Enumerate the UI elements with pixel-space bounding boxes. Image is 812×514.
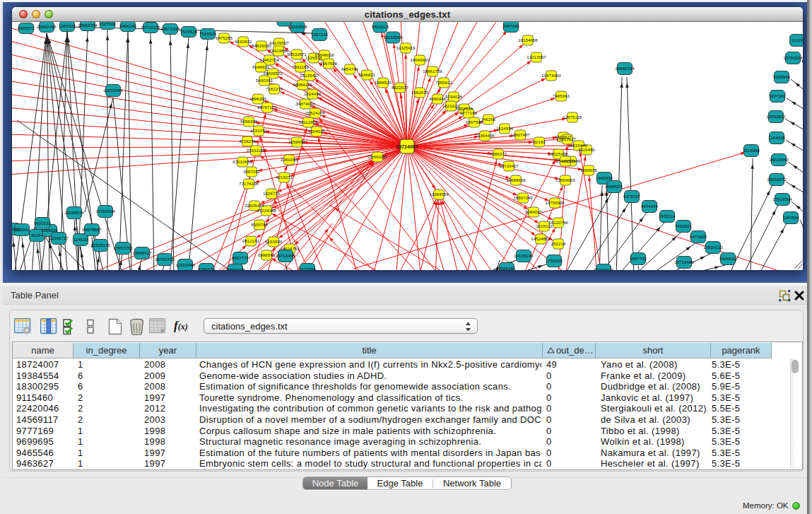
svg-text:6998543: 6998543 xyxy=(258,252,276,257)
svg-text:1326773: 1326773 xyxy=(263,191,281,196)
svg-text:10025438: 10025438 xyxy=(548,151,568,156)
svg-text:7816184: 7816184 xyxy=(498,266,516,270)
svg-text:18300295: 18300295 xyxy=(367,154,387,159)
svg-text:11325419: 11325419 xyxy=(396,45,416,50)
svg-text:13716485: 13716485 xyxy=(276,253,295,258)
svg-text:18953394: 18953394 xyxy=(78,23,98,28)
svg-text:39154: 39154 xyxy=(30,233,43,238)
svg-text:8938923: 8938923 xyxy=(606,184,623,189)
svg-text:7485063: 7485063 xyxy=(553,93,570,98)
svg-text:1733426: 1733426 xyxy=(546,258,563,263)
svg-text:12323446: 12323446 xyxy=(175,262,195,267)
svg-text:87234309: 87234309 xyxy=(257,208,276,213)
svg-text:17359924: 17359924 xyxy=(95,209,115,214)
svg-text:90975887: 90975887 xyxy=(82,227,102,232)
svg-text:34874016: 34874016 xyxy=(295,101,315,106)
svg-text:7632621: 7632621 xyxy=(675,223,693,228)
svg-text:4738299: 4738299 xyxy=(239,139,257,144)
svg-text:535061: 535061 xyxy=(15,227,30,232)
svg-text:19756928: 19756928 xyxy=(545,200,565,205)
svg-text:9329996: 9329996 xyxy=(773,74,791,79)
svg-text:16671315: 16671315 xyxy=(160,26,180,31)
svg-text:93103413: 93103413 xyxy=(594,267,613,270)
svg-text:17016504: 17016504 xyxy=(772,197,792,201)
svg-text:16033809: 16033809 xyxy=(288,24,307,29)
svg-text:6193990: 6193990 xyxy=(265,239,283,244)
svg-text:14524851: 14524851 xyxy=(531,236,551,241)
svg-text:16961758: 16961758 xyxy=(423,69,442,74)
svg-text:62160: 62160 xyxy=(533,139,546,144)
svg-text:9146821: 9146821 xyxy=(358,72,376,77)
svg-text:67010651: 67010651 xyxy=(233,159,252,164)
svg-text:19384554: 19384554 xyxy=(429,192,449,197)
svg-text:4216073: 4216073 xyxy=(276,175,293,180)
svg-text:114519: 114519 xyxy=(73,237,88,242)
svg-text:7357234: 7357234 xyxy=(311,32,329,37)
svg-text:64835030: 64835030 xyxy=(252,43,271,48)
svg-text:16648764: 16648764 xyxy=(615,66,635,71)
svg-text:02606474: 02606474 xyxy=(245,203,264,208)
svg-text:1156829: 1156829 xyxy=(41,228,58,233)
svg-text:1527602: 1527602 xyxy=(99,22,117,26)
svg-text:1562615: 1562615 xyxy=(411,90,429,95)
svg-text:12213967: 12213967 xyxy=(526,54,546,59)
svg-text:1065326: 1065326 xyxy=(59,23,76,28)
svg-text:02654235: 02654235 xyxy=(225,267,245,270)
svg-text:8653627: 8653627 xyxy=(559,136,577,141)
svg-text:73178108: 73178108 xyxy=(239,181,259,186)
svg-text:72423884: 72423884 xyxy=(269,48,288,53)
svg-text:7955812: 7955812 xyxy=(435,80,453,85)
svg-text:19218506: 19218506 xyxy=(383,35,403,40)
svg-text:12505135: 12505135 xyxy=(90,243,110,247)
svg-text:12093822: 12093822 xyxy=(766,114,786,119)
svg-text:15720407: 15720407 xyxy=(499,163,519,168)
svg-text:13716486: 13716486 xyxy=(674,259,694,264)
svg-text:6466160: 6466160 xyxy=(119,23,137,28)
svg-text:4896383: 4896383 xyxy=(249,96,267,101)
svg-text:7182278: 7182278 xyxy=(266,86,283,91)
svg-text:4192832: 4192832 xyxy=(235,39,252,44)
svg-text:10973493: 10973493 xyxy=(541,73,561,78)
svg-text:3158692: 3158692 xyxy=(288,139,306,144)
svg-text:4405572: 4405572 xyxy=(18,25,35,30)
svg-text:7515526: 7515526 xyxy=(180,29,198,34)
svg-text:9777169: 9777169 xyxy=(460,110,478,115)
svg-text:9474444: 9474444 xyxy=(641,204,659,209)
svg-text:5009788: 5009788 xyxy=(251,222,269,227)
svg-text:8148932: 8148932 xyxy=(252,64,270,69)
svg-text:34624751: 34624751 xyxy=(280,246,300,251)
svg-text:1244415: 1244415 xyxy=(768,135,786,140)
svg-text:6479197: 6479197 xyxy=(623,194,641,199)
svg-text:10958127: 10958127 xyxy=(132,250,152,255)
svg-text:1031051: 1031051 xyxy=(250,128,268,133)
svg-text:12975125: 12975125 xyxy=(563,115,582,119)
svg-text:7386372: 7386372 xyxy=(490,151,507,156)
svg-text:98084124: 98084124 xyxy=(293,82,312,87)
svg-text:20053346: 20053346 xyxy=(103,88,123,93)
svg-text:252214: 252214 xyxy=(551,241,566,246)
svg-text:2967608: 2967608 xyxy=(320,61,338,66)
svg-text:18724007: 18724007 xyxy=(396,144,418,149)
svg-text:1824493: 1824493 xyxy=(304,91,322,96)
svg-text:96532871: 96532871 xyxy=(287,52,307,57)
svg-text:97848018: 97848018 xyxy=(314,52,334,57)
svg-text:1588520: 1588520 xyxy=(375,80,392,85)
svg-text:9699695: 9699695 xyxy=(580,168,598,173)
svg-text:28809570: 28809570 xyxy=(263,71,283,76)
svg-text:12342737: 12342737 xyxy=(49,235,69,240)
svg-text:0433218: 0433218 xyxy=(276,22,293,23)
svg-text:00524278: 00524278 xyxy=(305,110,325,115)
svg-text:7991183: 7991183 xyxy=(292,64,309,69)
svg-text:5098393: 5098393 xyxy=(240,119,258,124)
svg-text:18807249: 18807249 xyxy=(513,195,533,200)
svg-text:1615112: 1615112 xyxy=(536,223,553,228)
svg-text:746266: 746266 xyxy=(481,117,496,122)
svg-text:10654122: 10654122 xyxy=(703,245,723,250)
svg-text:10688609: 10688609 xyxy=(506,177,526,182)
svg-text:51462704: 51462704 xyxy=(259,57,279,62)
svg-text:14136141: 14136141 xyxy=(514,253,534,258)
svg-text:16210643: 16210643 xyxy=(769,157,789,162)
svg-text:9245612: 9245612 xyxy=(719,256,737,261)
svg-text:15751024: 15751024 xyxy=(783,55,803,60)
svg-text:11129: 11129 xyxy=(792,37,803,42)
